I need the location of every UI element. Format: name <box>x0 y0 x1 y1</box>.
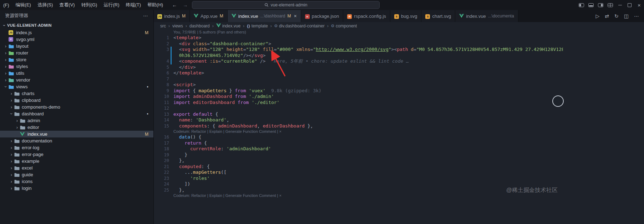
more-actions-icon[interactable]: ⋯ <box>143 13 148 19</box>
tab-App.vue[interactable]: App.vueM <box>190 10 228 22</box>
tab-index.vue[interactable]: index.vue...\documenta <box>455 10 518 22</box>
compare-changes-button[interactable]: ⇄ <box>605 13 609 19</box>
menu-terminal[interactable]: 终端(T) <box>122 0 144 10</box>
code-line[interactable] <box>173 105 563 111</box>
folder-utils[interactable]: ›utils <box>0 70 153 77</box>
folder-login[interactable]: ›login <box>0 185 153 192</box>
menu-file[interactable]: (F) <box>0 0 12 10</box>
folder-example[interactable]: ›example <box>0 158 153 165</box>
code-line[interactable]: name: 'Dashboard', <box>173 117 563 123</box>
folder-dashboard[interactable]: ›dashboard● <box>0 110 153 117</box>
tab-rspack.config.js[interactable]: Rrspack.config.js <box>343 10 390 22</box>
floating-widget[interactable] <box>552 95 564 107</box>
code-line[interactable]: import editorDashboard from './editor' <box>173 100 563 106</box>
workspace-section-header[interactable]: › VUE-ELEMENT-ADMIN <box>0 21 153 29</box>
history-button[interactable]: ↻ <box>614 13 619 19</box>
code-line[interactable]: <svg width="128" height="128" fill="#000… <box>173 47 563 53</box>
codelens[interactable]: Codeium: Refactor | Explain | Generate F… <box>153 193 644 198</box>
folder-router[interactable]: ›router <box>0 50 153 56</box>
close-button[interactable]: × <box>634 0 644 10</box>
folder-views[interactable]: ›views● <box>0 83 153 90</box>
nav-forward-icon[interactable]: → <box>183 2 188 8</box>
code-editor[interactable]: You, 7分钟前 | 5 authors (Pan and others)1<… <box>153 30 644 224</box>
folder-documentation[interactable]: ›documentation <box>0 137 153 144</box>
file-svgo.yml[interactable]: Ysvgo.yml <box>0 36 153 43</box>
close-tab-icon[interactable]: × <box>294 13 297 19</box>
code-line[interactable]: }, <box>173 187 563 193</box>
tab-index.js[interactable]: JSindex.jsM <box>153 10 190 22</box>
command-center-search[interactable]: vue-element-admin <box>192 1 380 9</box>
folder-styles[interactable]: ›styles <box>0 63 153 70</box>
code-line[interactable]: } <box>173 152 563 158</box>
folder-clipboard[interactable]: ›clipboard <box>0 97 153 104</box>
code-line[interactable]: 'roles' <box>173 176 563 182</box>
toggle-primary-sidebar-button[interactable] <box>577 0 586 10</box>
folder-components-demo[interactable]: ›components-demo <box>0 104 153 110</box>
code-line[interactable]: return { <box>173 140 563 146</box>
code-line[interactable]: data() { <box>173 134 563 140</box>
code-line[interactable]: <div class="dashboard-container"> <box>173 41 563 47</box>
breadcrumb-views[interactable]: views <box>172 24 183 28</box>
code-line[interactable]: <script> <box>173 82 563 88</box>
folder-guide[interactable]: ›guide <box>0 171 153 178</box>
tab-index.vue[interactable]: index.vue...\dashboardM× <box>228 10 301 22</box>
code-line[interactable]: computed: { <box>173 164 563 170</box>
gutter <box>169 105 173 111</box>
breadcrumb-div.dashboard-container[interactable]: ⊙div.dashboard-container <box>274 24 325 28</box>
code-row: 3 <svg width="128" height="128" fill="#0… <box>153 47 644 53</box>
breadcrumb-component[interactable]: ⊙component <box>331 24 357 28</box>
breadcrumb-dashboard[interactable]: dashboard <box>189 24 210 28</box>
split-editor-button[interactable]: ◫ <box>624 13 629 19</box>
run-file-button[interactable]: ▷ <box>596 13 600 19</box>
more-actions-button[interactable]: ⋯ <box>634 13 639 19</box>
folder-admin[interactable]: ›admin <box>0 117 153 124</box>
tab-bug.svg[interactable]: Sbug.svg <box>390 10 422 22</box>
code-line[interactable] <box>173 76 563 82</box>
code-line[interactable]: import adminDashboard from './admin' <box>173 94 563 100</box>
menu-view[interactable]: 查看(V) <box>56 0 78 10</box>
folder-error-log[interactable]: ›error-log <box>0 144 153 151</box>
code-line[interactable]: <component :is="currentRole" /> Here, 5年… <box>173 58 563 64</box>
folder-charts[interactable]: ›charts <box>0 90 153 97</box>
file-index.vue[interactable]: index.vueM <box>0 131 153 137</box>
menu-go[interactable]: 转到(G) <box>78 0 101 10</box>
tab-package.json[interactable]: npackage.json <box>301 10 344 22</box>
file-index.js[interactable]: JSindex.jsM <box>0 29 153 36</box>
codelens[interactable]: Codeium: Refactor | Explain | Generate F… <box>153 129 644 134</box>
restore-button[interactable] <box>625 0 634 10</box>
code-line[interactable]: 0h36.572V128H45.714V0z"/></svg> <box>173 53 563 59</box>
code-line[interactable]: import { mapGetters } from 'vuex' 9.8k (… <box>173 88 563 94</box>
code-line[interactable]: ]) <box>173 181 563 187</box>
code-line[interactable]: </div> <box>173 64 563 71</box>
folder-vendor[interactable]: ›vendor <box>0 77 153 83</box>
menu-run[interactable]: 运行(R) <box>100 0 122 10</box>
minimize-button[interactable] <box>615 0 625 10</box>
breadcrumb-src[interactable]: src <box>160 24 166 28</box>
codelens[interactable]: You, 7分钟前 | 5 authors (Pan and others) <box>153 30 644 35</box>
folder-excel[interactable]: ›excel <box>0 165 153 171</box>
code-line[interactable]: currentRole: 'adminDashboard' <box>173 146 563 152</box>
tab-chart.svg[interactable]: Schart.svg <box>421 10 455 22</box>
menu-edit[interactable]: 编辑(E) <box>12 0 34 10</box>
folder-icons[interactable]: ›icons <box>0 178 153 185</box>
folder-editor[interactable]: ›editor <box>0 124 153 131</box>
menu-selection[interactable]: 选择(S) <box>34 0 56 10</box>
nav-back-icon[interactable]: ← <box>172 2 177 8</box>
breadcrumb-index.vue[interactable]: index.vue <box>216 24 240 28</box>
toggle-panel-button[interactable] <box>586 0 596 10</box>
code-line[interactable]: components: { adminDashboard, editorDash… <box>173 123 563 129</box>
folder-layout[interactable]: ›layout <box>0 43 153 50</box>
customize-layout-button[interactable] <box>605 0 615 10</box>
code-line[interactable]: </template> <box>173 70 563 76</box>
folder-store[interactable]: ›store <box>0 56 153 63</box>
breadcrumb-template[interactable]: {}template <box>247 24 268 28</box>
code-line[interactable]: ...mapGetters([ <box>173 170 563 176</box>
menu-help[interactable]: 帮助(H) <box>144 0 166 10</box>
folder-error-page[interactable]: ›error-page <box>0 151 153 158</box>
vscode-window: (F)编辑(E)选择(S)查看(V)转到(G)运行(R)终端(T)帮助(H) ←… <box>0 0 644 224</box>
code-row: 8<script> <box>153 82 644 88</box>
code-line[interactable]: export default { <box>173 111 563 118</box>
toggle-secondary-sidebar-button[interactable] <box>596 0 605 10</box>
code-line[interactable]: }, <box>173 158 563 164</box>
code-line[interactable]: <template> <box>173 35 563 41</box>
